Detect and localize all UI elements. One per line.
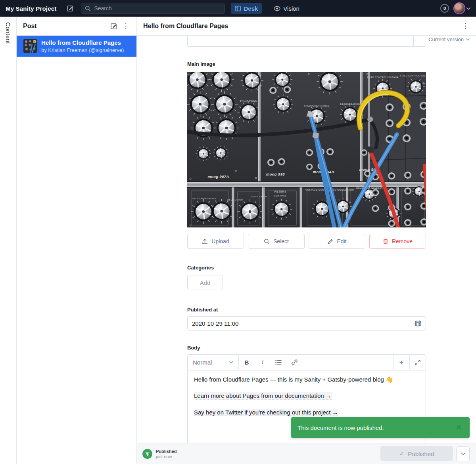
publish-status-title: Published xyxy=(156,449,177,454)
document-header: Hello from Cloudflare Pages ⋮ xyxy=(137,17,476,36)
field-label-body: Body xyxy=(187,345,426,351)
upload-button[interactable]: Upload xyxy=(187,234,244,249)
post-list-header: Post ⋮ xyxy=(17,17,136,36)
svg-text:ENVELOPE GENERATOR: ENVELOPE GENERATOR xyxy=(356,187,386,189)
main-image-preview[interactable]: HIGH PASSFREQUENCY RANGEREGENERATIONFIXE… xyxy=(187,72,426,227)
content-rail[interactable]: Content xyxy=(0,17,17,464)
publish-menu-button[interactable] xyxy=(456,446,470,461)
post-item-title: Hello from Cloudflare Pages xyxy=(41,39,124,47)
search-icon xyxy=(264,239,270,244)
svg-text:FIXED CONTROL VOLTAGE: FIXED CONTROL VOLTAGE xyxy=(367,76,398,78)
body-link-docs[interactable]: Learn more about Pages from our document… xyxy=(194,392,332,399)
svg-text:FIXED CONTROL VOLTAGE: FIXED CONTROL VOLTAGE xyxy=(400,74,426,77)
remove-button[interactable]: Remove xyxy=(369,234,426,249)
published-at-field xyxy=(187,316,426,330)
compose-icon xyxy=(110,23,117,30)
svg-text:HIGH PASS: HIGH PASS xyxy=(240,99,257,102)
text-style-select[interactable]: Normal xyxy=(188,355,239,370)
document-pane: Hello from Cloudflare Pages ⋮ Current ve… xyxy=(137,17,476,464)
workspace: Content Post ⋮ xyxy=(0,17,476,464)
insert-block-button[interactable]: + xyxy=(393,355,409,370)
field-label-published-at: Published at xyxy=(187,307,426,313)
global-search[interactable] xyxy=(81,3,225,14)
post-list-pane: Post ⋮ xyxy=(17,17,137,464)
svg-text:moog 995: moog 995 xyxy=(266,172,285,176)
clipped-input[interactable] xyxy=(188,36,413,46)
published-at-input[interactable] xyxy=(192,320,415,327)
post-item-subtitle: by Kristian Freeman (@signalnerve) xyxy=(41,47,124,53)
expand-icon xyxy=(415,360,420,365)
close-icon[interactable]: ✕ xyxy=(454,422,463,433)
tab-desk[interactable]: Desk xyxy=(231,3,262,14)
document-footer: Published just now ✓ Published xyxy=(137,443,476,464)
link-icon xyxy=(292,359,298,365)
body-toolbar: Normal B i xyxy=(188,355,426,370)
clipped-field xyxy=(187,36,426,47)
bullet-list-icon xyxy=(275,360,282,365)
chevron-down-icon[interactable] xyxy=(466,7,470,10)
compose-icon xyxy=(67,5,74,12)
field-label-categories: Categories xyxy=(187,265,426,271)
svg-text:FREQUENCY RANGE: FREQUENCY RANGE xyxy=(304,105,329,107)
calendar-icon[interactable] xyxy=(415,320,421,327)
pane-menu-button[interactable]: ⋮ xyxy=(120,20,132,32)
plus-icon: + xyxy=(399,358,403,367)
add-category-button[interactable]: Add xyxy=(187,275,223,290)
edit-button[interactable]: Edit xyxy=(309,234,365,249)
check-icon: ✓ xyxy=(399,450,405,457)
tab-vision-label: Vision xyxy=(283,5,299,12)
chevron-down-icon xyxy=(466,38,470,41)
svg-text:OSCILLATOR: OSCILLATOR xyxy=(227,199,243,201)
kebab-menu-icon: ⋮ xyxy=(462,23,469,29)
version-label: Current version xyxy=(428,36,464,42)
image-actions: Upload Select Edit xyxy=(187,234,426,249)
user-avatar[interactable] xyxy=(453,2,465,14)
document-title: Hello from Cloudflare Pages xyxy=(143,23,459,30)
select-button[interactable]: Select xyxy=(248,234,305,249)
toast-message: This document is now published. xyxy=(298,424,454,431)
search-input[interactable] xyxy=(94,5,221,11)
tab-desk-label: Desk xyxy=(244,5,258,12)
publish-status-time: just now xyxy=(156,454,177,459)
trash-icon xyxy=(383,239,388,244)
post-thumbnail xyxy=(23,39,37,53)
svg-text:OSCILLATOR DRIVER: OSCILLATOR DRIVER xyxy=(192,197,216,200)
errors-badge[interactable]: 0 xyxy=(440,4,449,13)
pencil-icon xyxy=(327,239,333,244)
link-button[interactable] xyxy=(286,355,302,370)
search-icon xyxy=(85,6,91,11)
expand-editor-button[interactable] xyxy=(409,355,426,370)
upload-icon xyxy=(202,239,208,244)
svg-text:moog 907A: moog 907A xyxy=(208,175,229,179)
kebab-menu-icon: ⋮ xyxy=(123,23,129,29)
svg-text:OSCILLATOR: OSCILLATOR xyxy=(251,195,267,198)
chevron-down-icon xyxy=(229,361,233,364)
clipped-field-button[interactable] xyxy=(413,36,426,46)
chevron-down-icon xyxy=(461,453,465,455)
version-selector[interactable]: Current version xyxy=(428,36,470,42)
post-list-item[interactable]: Hello from Cloudflare Pages by Kristian … xyxy=(17,36,136,57)
content-rail-label: Content xyxy=(5,22,12,464)
svg-text:LOW PASS: LOW PASS xyxy=(274,195,286,197)
create-post-button[interactable] xyxy=(108,20,120,32)
publish-status-icon xyxy=(142,449,152,459)
publish-button[interactable]: ✓ Published xyxy=(380,446,453,461)
body-paragraph: Hello from Cloudflare Pages — this is my… xyxy=(194,376,419,384)
eye-icon xyxy=(274,6,280,11)
topbar: My Sanity Project Desk Vision 0 xyxy=(0,0,476,17)
desk-icon xyxy=(235,6,241,11)
form-scroll-area[interactable]: Main image xyxy=(137,36,476,443)
svg-text:FILTERS: FILTERS xyxy=(274,190,286,193)
project-title: My Sanity Project xyxy=(6,5,56,12)
document-menu-button[interactable]: ⋮ xyxy=(459,20,471,32)
bullet-list-button[interactable] xyxy=(271,355,286,370)
field-label-main-image: Main image xyxy=(187,61,426,67)
pane-title: Post xyxy=(23,23,108,30)
new-document-button[interactable] xyxy=(63,2,77,14)
tab-vision[interactable]: Vision xyxy=(270,3,303,14)
body-link-twitter[interactable]: Say hey on Twitter if you're checking ou… xyxy=(194,409,338,416)
publish-toast: This document is now published. ✕ xyxy=(291,417,470,438)
bold-button[interactable]: B xyxy=(239,355,255,370)
italic-button[interactable]: i xyxy=(255,355,271,370)
main-image-photo: HIGH PASSFREQUENCY RANGEREGENERATIONFIXE… xyxy=(187,72,426,227)
